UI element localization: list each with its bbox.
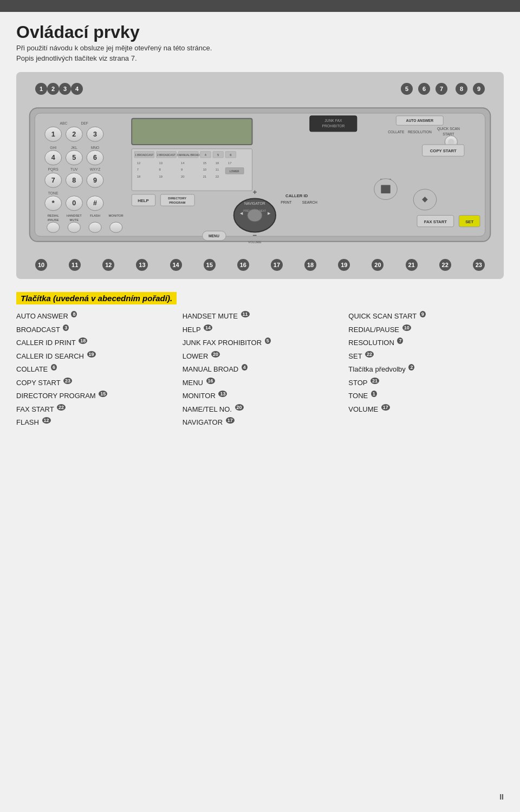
svg-text:−: − <box>252 231 257 239</box>
bottom-number-row: 10 11 12 13 14 15 16 17 18 19 20 21 22 2… <box>24 259 496 271</box>
svg-text:VOLUME: VOLUME <box>248 241 262 244</box>
svg-text:MNO: MNO <box>91 146 100 150</box>
svg-text:START: START <box>443 132 454 136</box>
svg-text:PQRS: PQRS <box>48 168 59 172</box>
feature-item: NAME/TEL NO. 20 <box>183 404 338 415</box>
feature-item: CALLER ID PRINT 18 <box>16 337 172 348</box>
feature-item: HELP 14 <box>183 324 338 335</box>
num-3: 3 <box>59 83 71 95</box>
num-7: 7 <box>435 83 447 95</box>
num-22: 22 <box>439 259 451 271</box>
svg-text:7: 7 <box>51 177 55 184</box>
svg-text:4: 4 <box>51 154 55 161</box>
num-15: 15 <box>204 259 216 271</box>
svg-text:TONE: TONE <box>48 191 58 195</box>
svg-text:CALLER ID: CALLER ID <box>285 193 308 198</box>
svg-text:1: 1 <box>51 131 55 138</box>
feature-item: STOP 21 <box>348 378 504 388</box>
feature-item: MENU 16 <box>183 378 338 388</box>
svg-text:2: 2 <box>72 131 76 138</box>
svg-text:COPY START: COPY START <box>430 149 457 154</box>
svg-text:/PAUSE: /PAUSE <box>48 218 59 222</box>
feature-item: QUICK SCAN START 9 <box>348 311 504 322</box>
feature-item: COPY START 23 <box>16 378 172 388</box>
num-9: 9 <box>473 83 485 95</box>
svg-text:19: 19 <box>159 175 162 178</box>
feature-item: COLLATE 6 <box>16 364 172 375</box>
page-number: II <box>499 792 504 801</box>
num-18: 18 <box>304 259 316 271</box>
num-23: 23 <box>473 259 485 271</box>
svg-text:1 BROADCAST: 1 BROADCAST <box>135 154 153 157</box>
svg-text:21: 21 <box>203 175 206 178</box>
svg-text:8: 8 <box>72 177 76 184</box>
num-16: 16 <box>237 259 249 271</box>
svg-text:PRINT: PRINT <box>281 200 291 204</box>
svg-text:9: 9 <box>181 168 183 172</box>
svg-point-42 <box>68 222 80 232</box>
svg-text:REDIAL: REDIAL <box>48 215 60 218</box>
svg-point-87 <box>448 139 454 146</box>
svg-text:8: 8 <box>159 168 160 172</box>
feature-item: REDIAL/PAUSE 10 <box>348 324 504 335</box>
svg-text:JUNK FAX: JUNK FAX <box>324 119 342 123</box>
svg-point-44 <box>110 222 122 232</box>
svg-rect-92 <box>381 185 390 193</box>
feature-item: LOWER 20 <box>183 351 338 362</box>
svg-text:11: 11 <box>216 168 219 172</box>
num-20: 20 <box>372 259 384 271</box>
svg-text:FAX START: FAX START <box>424 219 447 224</box>
svg-rect-45 <box>132 119 252 145</box>
svg-text:+: + <box>252 188 257 196</box>
svg-text:HELP: HELP <box>138 199 149 204</box>
svg-text:ABC: ABC <box>60 121 68 125</box>
svg-text:SET: SET <box>465 219 473 224</box>
num-6: 6 <box>418 83 430 95</box>
svg-text:NAVIGATOR: NAVIGATOR <box>244 202 265 205</box>
svg-text:10: 10 <box>203 168 206 172</box>
main-content: Ovládací prvky Při použití návodu k obsl… <box>0 12 520 447</box>
feature-col1: AUTO ANSWER 8 BROADCAST 3 CALLER ID PRIN… <box>16 311 172 431</box>
feature-item: MANUAL BROAD 4 <box>183 364 338 375</box>
svg-text:0: 0 <box>72 199 76 207</box>
feature-item: DIRECTORY PROGRAM 15 <box>16 391 172 401</box>
num-4: 4 <box>71 83 83 95</box>
svg-text:22: 22 <box>216 175 219 178</box>
svg-text:6: 6 <box>230 153 231 157</box>
svg-point-41 <box>47 222 60 232</box>
svg-text:WXYZ: WXYZ <box>90 168 101 172</box>
feature-item: CALLER ID SEARCH 19 <box>16 351 172 362</box>
svg-text:6: 6 <box>93 154 97 161</box>
feature-item: VOLUME 17 <box>348 404 504 415</box>
feature-item: SET 22 <box>348 351 504 362</box>
num-21: 21 <box>406 259 418 271</box>
svg-text:17: 17 <box>228 161 231 165</box>
device-svg: ABC DEF 1 2 3 GHI JKL MNO 4 5 6 P <box>24 100 496 252</box>
svg-text:2 BROADCAST: 2 BROADCAST <box>157 154 176 157</box>
svg-text:AUTO ANSWER: AUTO ANSWER <box>406 119 434 123</box>
svg-point-43 <box>89 222 101 232</box>
svg-text:14: 14 <box>181 161 185 165</box>
subtitle2: Popis jednotlivých tlačítek viz strana 7… <box>16 54 504 62</box>
top-bar <box>0 0 520 12</box>
svg-text:5: 5 <box>217 153 219 157</box>
svg-text:DEF: DEF <box>81 121 88 125</box>
feature-item: AUTO ANSWER 8 <box>16 311 172 322</box>
num-11: 11 <box>69 259 81 271</box>
svg-text:7: 7 <box>137 168 139 172</box>
feature-col2: HANDSET MUTE 11 HELP 14 JUNK FAX PROHIBI… <box>183 311 338 431</box>
num-1: 1 <box>35 83 47 95</box>
svg-text:GHI: GHI <box>50 146 56 150</box>
feature-item: HANDSET MUTE 11 <box>183 311 338 322</box>
feature-item: NAVIGATOR 17 <box>183 417 338 428</box>
feature-header: Tlačítka (uvedená v abecedním pořadí). <box>16 292 177 304</box>
svg-text:MENU: MENU <box>209 234 219 238</box>
feature-columns: AUTO ANSWER 8 BROADCAST 3 CALLER ID PRIN… <box>16 311 504 431</box>
feature-item: TONE 1 <box>348 391 504 401</box>
svg-text:LOWER: LOWER <box>230 170 239 173</box>
svg-text:18: 18 <box>137 175 140 178</box>
num-2: 2 <box>47 83 59 95</box>
feature-item: FAX START 22 <box>16 404 172 415</box>
svg-text:SEARCH: SEARCH <box>302 200 317 204</box>
title-section: Ovládací prvky Při použití návodu k obsl… <box>16 23 504 62</box>
